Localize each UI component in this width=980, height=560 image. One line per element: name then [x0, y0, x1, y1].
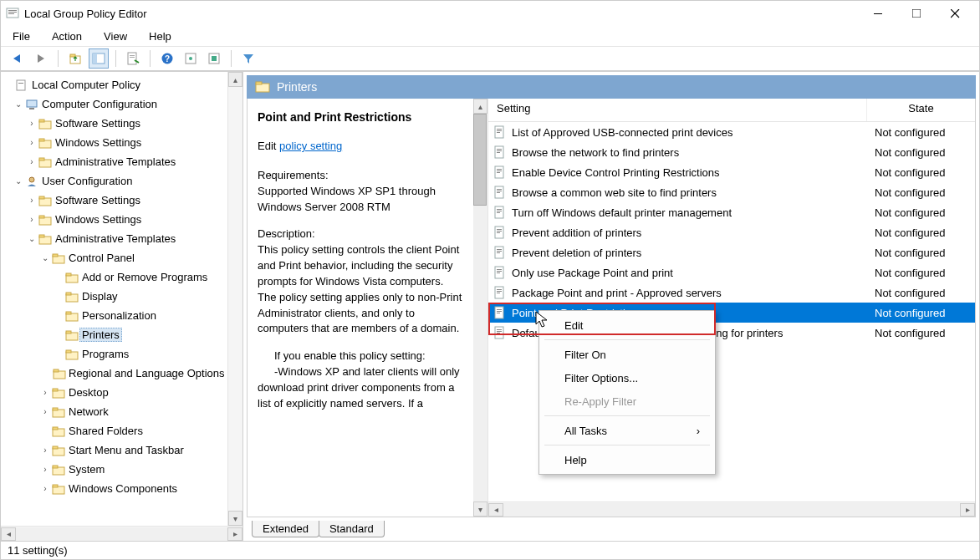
- extra-button-1[interactable]: [181, 48, 201, 69]
- list-row[interactable]: Turn off Windows default printer managem…: [488, 202, 975, 222]
- context-all-tasks[interactable]: All Tasks›: [539, 419, 715, 442]
- description-scrollbar[interactable]: ▴ ▾: [473, 99, 488, 517]
- list-row[interactable]: Prevent deletion of printersNot configur…: [488, 242, 975, 262]
- close-button[interactable]: [936, 1, 974, 26]
- svg-rect-108: [497, 331, 502, 332]
- tree-windows-components[interactable]: ›Windows Components: [1, 479, 227, 498]
- tree-computer-configuration[interactable]: ⌄Computer Configuration: [1, 94, 227, 114]
- tree-cc-windows[interactable]: ›Windows Settings: [1, 133, 227, 152]
- svg-rect-69: [497, 132, 500, 133]
- maximize-button[interactable]: [897, 1, 936, 26]
- svg-rect-12: [128, 53, 136, 64]
- svg-rect-76: [497, 171, 502, 171]
- help-button[interactable]: ?: [157, 48, 177, 69]
- svg-rect-1: [8, 10, 17, 11]
- folder-icon: [38, 118, 53, 130]
- svg-rect-77: [497, 172, 500, 173]
- svg-rect-75: [497, 169, 502, 170]
- policy-icon: [493, 206, 507, 219]
- tree-programs[interactable]: Programs: [1, 344, 227, 364]
- folder-icon: [51, 406, 66, 418]
- list-row[interactable]: Prevent addition of printersNot configur…: [488, 222, 975, 242]
- context-menu: Edit Filter On Filter Options... Re-Appl…: [538, 310, 716, 475]
- list-horizontal-scrollbar[interactable]: ◂ ▸: [488, 501, 975, 517]
- svg-rect-105: [497, 313, 500, 313]
- tree-desktop[interactable]: ›Desktop: [1, 383, 227, 402]
- svg-rect-43: [66, 293, 71, 295]
- tree-shared-folders[interactable]: Shared Folders: [1, 421, 227, 440]
- tree-system[interactable]: ›System: [1, 460, 227, 479]
- svg-rect-97: [497, 272, 500, 273]
- tree-personalization[interactable]: Personalization: [1, 306, 227, 325]
- menu-view[interactable]: View: [100, 28, 130, 44]
- tree-cc-admin[interactable]: ›Administrative Templates: [1, 152, 227, 171]
- tree-vertical-scrollbar[interactable]: ▴ ▾: [227, 72, 242, 526]
- svg-rect-23: [27, 100, 37, 107]
- list-row[interactable]: Browse a common web site to find printer…: [488, 182, 975, 202]
- context-help[interactable]: Help: [539, 448, 715, 471]
- scroll-left-icon[interactable]: ◂: [488, 503, 503, 517]
- setting-name: Browse a common web site to find printer…: [512, 186, 717, 199]
- tree-uc-windows[interactable]: ›Windows Settings: [1, 210, 227, 229]
- menu-help[interactable]: Help: [145, 28, 175, 44]
- tree-network[interactable]: ›Network: [1, 402, 227, 421]
- tree-cc-software[interactable]: ›Software Settings: [1, 114, 227, 133]
- tree-printers[interactable]: Printers: [1, 325, 227, 344]
- tree-control-panel[interactable]: ⌄Control Panel: [1, 248, 227, 267]
- setting-state: Not configured: [866, 307, 975, 319]
- tab-extended[interactable]: Extended: [252, 521, 319, 537]
- setting-name: Browse the network to find printers: [512, 146, 679, 159]
- tree-uc-admin[interactable]: ⌄Administrative Templates: [1, 229, 227, 248]
- tree[interactable]: Local Computer Policy ⌄Computer Configur…: [1, 72, 227, 526]
- list-row[interactable]: Browse the network to find printersNot c…: [488, 142, 975, 162]
- extra-button-2[interactable]: [204, 48, 224, 69]
- column-setting[interactable]: Setting: [488, 99, 866, 121]
- back-button[interactable]: [8, 48, 28, 69]
- folder-icon: [51, 387, 66, 399]
- folder-icon: [51, 425, 66, 437]
- svg-rect-81: [497, 192, 500, 193]
- svg-rect-3: [8, 13, 14, 14]
- policy-icon: [493, 266, 507, 279]
- titlebar: Local Group Policy Editor: [1, 1, 979, 26]
- filter-button[interactable]: [238, 48, 258, 69]
- scroll-up-icon[interactable]: ▴: [473, 99, 487, 114]
- scroll-up-icon[interactable]: ▴: [228, 72, 242, 87]
- svg-rect-103: [497, 309, 502, 310]
- tree-uc-software[interactable]: ›Software Settings: [1, 191, 227, 210]
- list-row[interactable]: Package Point and print - Approved serve…: [488, 283, 975, 303]
- tab-standard[interactable]: Standard: [319, 521, 385, 537]
- policy-setting-link[interactable]: policy setting: [279, 140, 342, 152]
- forward-button[interactable]: [31, 48, 51, 69]
- properties-button[interactable]: [123, 48, 143, 69]
- tree-regional[interactable]: Regional and Language Options: [1, 364, 227, 383]
- tree-user-configuration[interactable]: ⌄User Configuration: [1, 171, 227, 191]
- svg-rect-92: [497, 251, 502, 252]
- scroll-right-icon[interactable]: ▸: [960, 503, 975, 517]
- context-filter-on[interactable]: Filter On: [539, 343, 715, 366]
- context-edit[interactable]: Edit: [539, 313, 715, 337]
- context-filter-options[interactable]: Filter Options...: [539, 366, 715, 389]
- scroll-right-icon[interactable]: ▸: [227, 527, 242, 541]
- tree-display[interactable]: Display: [1, 287, 227, 306]
- menu-action[interactable]: Action: [48, 28, 85, 44]
- minimize-button[interactable]: [859, 1, 897, 26]
- up-button[interactable]: [65, 48, 85, 69]
- tree-startmenu[interactable]: ›Start Menu and Taskbar: [1, 440, 227, 460]
- svg-rect-24: [29, 108, 34, 109]
- folder-icon: [38, 156, 53, 168]
- list-row[interactable]: Enable Device Control Printing Restricti…: [488, 162, 975, 182]
- settings-list[interactable]: Setting State List of Approved USB-conne…: [488, 99, 975, 517]
- list-row[interactable]: List of Approved USB-connected print dev…: [488, 122, 975, 142]
- tree-horizontal-scrollbar[interactable]: ◂ ▸: [1, 526, 242, 541]
- tree-add-remove-programs[interactable]: Add or Remove Programs: [1, 267, 227, 287]
- list-row[interactable]: Only use Package Point and printNot conf…: [488, 262, 975, 283]
- menu-file[interactable]: File: [9, 28, 33, 44]
- scroll-left-icon[interactable]: ◂: [1, 527, 16, 541]
- scroll-down-icon[interactable]: ▾: [473, 501, 487, 517]
- svg-rect-84: [497, 211, 502, 211]
- show-hide-tree-button[interactable]: [89, 48, 109, 69]
- scroll-down-icon[interactable]: ▾: [228, 511, 242, 526]
- tree-root[interactable]: Local Computer Policy: [1, 75, 227, 94]
- column-state[interactable]: State: [866, 99, 975, 121]
